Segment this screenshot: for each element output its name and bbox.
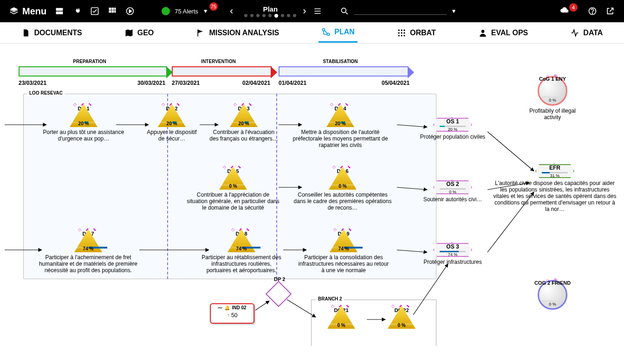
dc1-desc: Porter au plus tôt une assistance d'urge… [42, 129, 125, 142]
node-dp2[interactable] [266, 281, 292, 307]
tab-geo[interactable]: GEO [122, 24, 157, 42]
node-dc4[interactable]: ◇ ⬈ ⬊ DC 420 % Mettre à disposition de l… [292, 104, 389, 148]
dp2-label: DP 2 [274, 276, 285, 282]
tab-evalops[interactable]: EVAL OPS [475, 24, 531, 42]
tab-mission[interactable]: MISSION ANALYSIS [193, 24, 282, 42]
play-icon[interactable] [125, 6, 135, 16]
ind-value: 50 [231, 312, 237, 319]
server-icon[interactable] [55, 6, 64, 16]
node-efr[interactable]: ◇ EFR31 % L'autorité civile dispose des … [492, 164, 618, 212]
phase-intervention[interactable]: INTERVENTION [172, 67, 272, 76]
cog1-name: CoG 1 ENY [539, 76, 566, 82]
node-dc22[interactable]: ◇ ⬈ ⬊ DC 220 % [376, 306, 427, 329]
node-os3[interactable]: ◇ OS 374 % Protéger infrastructures [418, 243, 488, 265]
node-dc9[interactable]: ◇ ⬈ ⬊ DC 974 % Participer à la consolida… [297, 229, 390, 274]
node-dc2[interactable]: ◇ ⬈ ⬊ DC 220 % Appuyer le dispositif de … [144, 104, 200, 142]
nav-tabs: DOCUMENTS GEO MISSION ANALYSIS PLAN ORBA… [0, 22, 624, 44]
node-cog2[interactable]: ◇ ⦿ COG 2 FRIEND 0 % [520, 280, 585, 310]
check-icon[interactable] [90, 6, 99, 16]
plan-tabs[interactable]: Plan [244, 5, 296, 18]
node-dc1[interactable]: ◇ ⬈ ⬊ DC 1 20 % Porter au plus tôt une a… [42, 104, 125, 142]
phase-intervention-end: 02/04/2021 [242, 80, 270, 86]
plan-next[interactable]: › [303, 5, 306, 17]
tab-geo-label: GEO [137, 29, 154, 37]
dc2-desc: Appuyer le dispositif de sécur… [144, 129, 200, 142]
cog1-pct: 0 % [549, 98, 556, 102]
node-dc21[interactable]: ◇ ⬈ ⬊ DC 210 % [316, 306, 367, 329]
pulse-icon: ⁓ [218, 305, 222, 310]
cloud-button[interactable]: 4 [560, 6, 579, 17]
tab-data-label: DATA [583, 29, 603, 37]
open-external-icon[interactable] [605, 6, 615, 16]
node-dc3[interactable]: ◇ ⬈ ⬊ DC 320 % Contribuer à l'évacuation… [209, 104, 279, 142]
svg-point-23 [403, 35, 405, 36]
node-dc6[interactable]: ◇ ⬈ ⬊ DC 60 % Conseiller les autorités c… [292, 166, 394, 211]
node-dc5[interactable]: ◇ ⬈ ⬊ DC 50 % Contribuer à l'appréciatio… [187, 166, 280, 211]
cog2-name: COG 2 FRIEND [534, 280, 571, 286]
dc2-pct: 20 % [167, 121, 177, 126]
svg-point-21 [398, 35, 400, 36]
tab-data[interactable]: DATA [567, 24, 605, 42]
tab-documents-label: DOCUMENTS [34, 29, 82, 37]
svg-rect-1 [56, 12, 63, 14]
svg-point-24 [481, 30, 484, 33]
svg-line-39 [255, 301, 269, 310]
ind-name: IND 02 [232, 305, 246, 310]
list-icon[interactable] [313, 6, 322, 16]
svg-rect-8 [114, 10, 116, 13]
svg-point-19 [401, 32, 402, 33]
node-os2[interactable]: ◇ OS 20 % Soutenir autorités civi… [418, 180, 488, 203]
svg-rect-0 [56, 8, 63, 11]
loo-title: LOO RESEVAC [27, 90, 65, 96]
node-os1[interactable]: ◇ OS 120 % Protéger population civiles [418, 118, 488, 140]
dc4-pct: 20 % [335, 121, 346, 126]
chevron-down-icon: ▼ [203, 8, 208, 14]
menu-label: Menu [22, 6, 46, 17]
layers-icon [9, 6, 19, 16]
os1-desc: Protéger population civiles [418, 134, 488, 140]
phase-stabilisation-label: STABILISATION [279, 59, 402, 64]
node-ind02[interactable]: ⁓🔔IND 02 ↑ 50 [210, 303, 254, 324]
os1-name: OS 1 [446, 118, 459, 125]
help-icon[interactable] [588, 6, 597, 16]
dc1-pct: 20 % [78, 121, 89, 126]
dc22-pct: 0 % [397, 323, 405, 328]
tab-orbat-label: ORBAT [410, 29, 436, 37]
svg-point-22 [401, 35, 402, 36]
cloud-icon [560, 6, 569, 15]
node-cog1[interactable]: ◇ ⦿ CoG 1 ENY 0 % Profitabily of illegal… [520, 76, 585, 121]
trend-up-icon: ↑ [227, 312, 230, 319]
plan-canvas[interactable]: PREPARATION INTERVENTION STABILISATION 2… [0, 44, 624, 364]
search-input[interactable] [354, 7, 447, 15]
tab-plan[interactable]: PLAN [318, 23, 358, 43]
os1-pct: 20 % [448, 127, 458, 132]
flame-icon[interactable] [72, 6, 82, 16]
dc9-pct: 74 % [338, 246, 349, 251]
node-dc8[interactable]: ◇ ⬈ ⬊ DC 874 % Participer au rétablissem… [200, 229, 283, 274]
svg-rect-5 [114, 8, 116, 10]
plan-prev[interactable]: ‹ [230, 5, 233, 17]
node-dc7[interactable]: ◇ ⬈ ⬊ DC 774 % Participer à l'achemineme… [30, 229, 146, 274]
phase-stabilisation[interactable]: STABILISATION [279, 67, 409, 76]
os3-desc: Protéger infrastructures [418, 259, 488, 265]
alerts-dropdown[interactable]: 75 Alerts ▼ 75 [162, 7, 221, 15]
svg-rect-4 [112, 8, 114, 10]
dc3-pct: 20 % [239, 121, 249, 126]
os2-pct: 0 % [449, 190, 456, 194]
phase-preparation-label: PREPARATION [19, 59, 161, 64]
svg-rect-6 [109, 10, 111, 13]
os3-name: OS 3 [446, 243, 459, 250]
dc6-pct: 0 % [338, 184, 346, 189]
tab-orbat[interactable]: ORBAT [394, 24, 439, 42]
dc8-desc: Participer au rétablissement des infrast… [200, 254, 283, 274]
menu-button[interactable]: Menu [9, 6, 46, 17]
phase-preparation-end: 30/03/2021 [137, 80, 165, 86]
topbar: Menu 75 Alerts ▼ 75 ‹ Plan › ▼ 4 [0, 0, 624, 22]
grid-icon[interactable] [108, 6, 117, 16]
search-chevron-down-icon[interactable]: ▼ [451, 8, 457, 14]
tab-mission-label: MISSION ANALYSIS [209, 29, 279, 37]
dc9-desc: Participer à la consolidation des infras… [297, 254, 390, 274]
svg-rect-7 [112, 10, 114, 13]
tab-documents[interactable]: DOCUMENTS [19, 24, 85, 42]
phase-preparation[interactable]: PREPARATION [19, 67, 167, 76]
